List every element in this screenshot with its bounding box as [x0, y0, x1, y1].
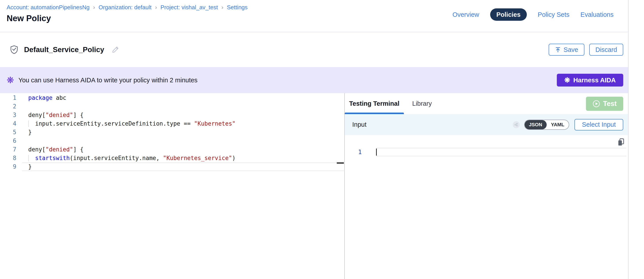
nav-tab-overview[interactable]: Overview: [452, 8, 479, 21]
code-token-plain: (input.serviceEntity.name,: [70, 155, 163, 161]
code-line-3[interactable]: 3deny["denied"] {: [0, 111, 344, 120]
code-token-plain: deny[: [28, 112, 46, 118]
code-token-keyword: startswith: [35, 155, 70, 161]
overview-ruler-cursor-marker: [337, 162, 344, 164]
code-line-8[interactable]: 8 startswith(input.serviceEntity.name, "…: [0, 154, 344, 162]
aida-flower-icon: ❋: [6, 76, 14, 84]
line-number: 7: [0, 145, 16, 154]
code-line-9[interactable]: 9}: [0, 162, 344, 171]
select-input-button[interactable]: Select Input: [574, 119, 623, 130]
breadcrumb-item-2[interactable]: Project: vishal_av_test: [160, 4, 218, 11]
play-icon: [592, 100, 600, 108]
line-number: 4: [0, 120, 16, 128]
code-token-plain: abc: [52, 94, 66, 101]
aida-banner: ❋ You can use Harness AIDA to write your…: [0, 67, 628, 93]
code-line-5[interactable]: 5}: [0, 128, 344, 137]
aida-button-flower-icon: ❋: [564, 76, 570, 84]
code-text: package abc: [28, 94, 66, 102]
code-token-plain: ] {: [73, 112, 84, 118]
policy-studio-page: Account: automationPipelinesNg›Organizat…: [0, 0, 628, 279]
code-line-7[interactable]: 7deny["denied"] {: [0, 145, 344, 154]
breadcrumb-separator: ›: [155, 4, 157, 11]
code-token-plain: }: [28, 129, 32, 136]
line-number: 6: [0, 137, 16, 145]
nav-tab-policies[interactable]: Policies: [490, 8, 527, 21]
code-text: }: [28, 162, 32, 171]
copy-icon[interactable]: [618, 138, 624, 147]
code-token-string: "Kubernetes_service": [163, 155, 232, 161]
format-option-json[interactable]: JSON: [524, 120, 547, 129]
code-line-1[interactable]: 1package abc: [0, 94, 344, 102]
code-token-string: "denied": [46, 146, 73, 153]
save-button-label: Save: [564, 46, 578, 54]
text-cursor: [376, 148, 377, 156]
input-format-toggle: JSONYAML: [524, 120, 569, 130]
input-section-header: Input JSONYAML Select Input: [345, 114, 628, 135]
code-token-plain: }: [28, 163, 32, 170]
policy-shield-icon: [10, 45, 18, 54]
breadcrumb-item-3[interactable]: Settings: [227, 4, 248, 11]
terminal-tabs: Testing TerminalLibrary: [345, 93, 436, 114]
test-button[interactable]: Test: [586, 97, 623, 111]
discard-button-label: Discard: [596, 46, 617, 54]
save-button[interactable]: Save: [549, 44, 584, 56]
code-lines: 1package abc23deny["denied"] {4 input.se…: [0, 94, 344, 171]
code-token-plain: deny[: [28, 146, 46, 153]
format-option-yaml[interactable]: YAML: [547, 120, 569, 129]
input-line-number: 1: [345, 148, 362, 156]
line-number: 1: [0, 94, 16, 102]
code-text: input.serviceEntity.serviceDefinition.ty…: [28, 120, 236, 128]
code-line-4[interactable]: 4 input.serviceEntity.serviceDefinition.…: [0, 120, 344, 128]
testing-terminal-panel: Testing TerminalLibrary Test Input: [345, 93, 628, 279]
edit-policy-name-icon[interactable]: [112, 46, 119, 54]
code-token-plain: [28, 155, 35, 161]
policy-name: Default_Service_Policy: [24, 46, 104, 54]
line-number: 5: [0, 128, 16, 137]
code-token-string: "Kubernetes": [194, 120, 236, 127]
pipeline-input-icon: [513, 121, 520, 128]
code-token-keyword: package: [28, 94, 52, 101]
tab-testing-terminal[interactable]: Testing Terminal: [345, 93, 404, 114]
breadcrumb-item-1[interactable]: Organization: default: [98, 4, 152, 11]
policy-code-editor[interactable]: 1package abc23deny["denied"] {4 input.se…: [0, 93, 344, 279]
page-header: Account: automationPipelinesNg›Organizat…: [0, 0, 628, 32]
terminal-tabs-spacer: [436, 93, 586, 114]
line-number: 3: [0, 111, 16, 120]
code-text: }: [28, 128, 32, 137]
input-current-line-highlight: [376, 148, 626, 156]
input-label: Input: [352, 121, 366, 128]
line-number: 8: [0, 154, 16, 162]
breadcrumb-separator: ›: [93, 4, 95, 11]
test-button-label: Test: [603, 100, 617, 108]
terminal-tabs-row: Testing TerminalLibrary Test: [345, 93, 628, 114]
code-token-plain: ] {: [73, 146, 84, 153]
nav-tab-policy-sets[interactable]: Policy Sets: [538, 8, 570, 21]
code-token-plain: input.serviceEntity.serviceDefinition.ty…: [28, 120, 194, 127]
input-editor-line-1[interactable]: 1: [345, 148, 628, 156]
line-number: 2: [0, 102, 16, 111]
breadcrumb-item-0[interactable]: Account: automationPipelinesNg: [6, 4, 90, 11]
aida-banner-message: You can use Harness AIDA to write your p…: [18, 76, 198, 84]
page-right-divider: [628, 0, 628, 279]
select-input-label: Select Input: [582, 121, 616, 128]
main-content: 1package abc23deny["denied"] {4 input.se…: [0, 93, 628, 279]
harness-aida-button[interactable]: ❋ Harness AIDA: [557, 74, 623, 86]
code-line-2[interactable]: 2: [0, 102, 344, 111]
code-line-6[interactable]: 6: [0, 137, 344, 145]
discard-button[interactable]: Discard: [589, 44, 623, 56]
code-text: startswith(input.serviceEntity.name, "Ku…: [28, 154, 236, 162]
input-editor[interactable]: 1: [345, 135, 628, 279]
code-token-plain: ): [232, 155, 236, 161]
code-text: deny["denied"] {: [28, 145, 84, 154]
code-token-string: "denied": [46, 112, 73, 118]
nav-tab-evaluations[interactable]: Evaluations: [580, 8, 614, 21]
tab-library[interactable]: Library: [408, 93, 436, 114]
aida-button-label: Harness AIDA: [574, 76, 616, 84]
save-upload-icon: [555, 46, 561, 53]
module-nav-tabs: OverviewPoliciesPolicy SetsEvaluations: [452, 8, 614, 21]
line-number: 9: [0, 162, 16, 171]
code-text: deny["denied"] {: [28, 111, 84, 120]
breadcrumb-separator: ›: [221, 4, 223, 11]
policy-toolbar: Default_Service_Policy Save Discard: [0, 32, 628, 67]
